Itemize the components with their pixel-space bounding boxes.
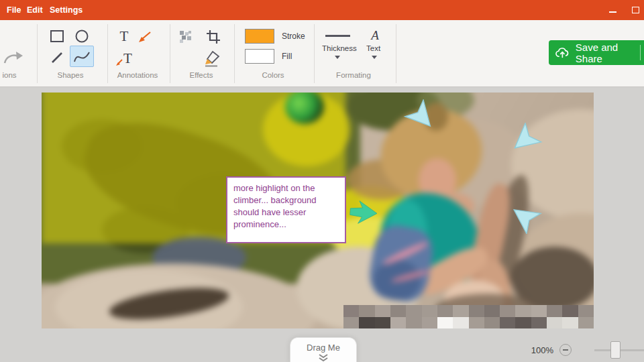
group-label-actions-partial: ions (0, 71, 23, 79)
thickness-label: Thickness (322, 44, 357, 52)
zoom-control: 100% (503, 341, 644, 362)
zoom-level-value: 100% (531, 345, 553, 355)
toolbar: ions Shapes T T Annotations (0, 20, 644, 87)
pixelate-tool[interactable] (176, 28, 195, 46)
save-split-divider (640, 45, 641, 60)
crop-icon (205, 29, 221, 45)
rectangle-tool[interactable] (48, 27, 66, 45)
save-and-share-button[interactable]: Save and Share (549, 40, 644, 65)
pixelate-icon (178, 29, 193, 44)
crop-tool[interactable] (203, 27, 223, 46)
annotation-text-box[interactable]: more highlight on the climber... backgro… (226, 176, 346, 243)
text-format-label: Text (366, 44, 380, 52)
highlighter-icon (203, 50, 221, 67)
redo-action-button[interactable] (1, 48, 24, 67)
drag-me-label: Drag Me (290, 343, 356, 353)
menu-file[interactable]: File (4, 0, 24, 20)
text-arrow-tool[interactable]: T (115, 49, 136, 68)
text-arrow-tool-glyph: T (123, 50, 132, 67)
ellipse-tool[interactable] (72, 27, 91, 45)
annotation-note-text: more highlight on the climber... backgro… (233, 183, 317, 229)
pixelation-region[interactable] (343, 305, 594, 328)
annotation-arrow-cyan-right[interactable] (508, 123, 545, 154)
rectangle-icon (50, 29, 64, 43)
group-label-annotations: Annotations (107, 71, 168, 79)
save-and-share-label: Save and Share (576, 42, 644, 64)
cloud-upload-icon (555, 46, 570, 59)
arrow-tool-icon (138, 30, 152, 44)
title-bar: File Edit Settings (0, 0, 644, 20)
text-format-dropdown[interactable]: A (366, 27, 384, 44)
menu-edit[interactable]: Edit (24, 0, 46, 20)
text-arrow-tool-arrow-icon (115, 58, 123, 66)
line-icon (50, 51, 64, 64)
minus-icon (563, 349, 568, 351)
redo-arrow-icon (2, 50, 23, 66)
zoom-slider-handle[interactable] (610, 341, 621, 359)
annotation-arrow-green[interactable] (343, 199, 384, 226)
highlighter-tool[interactable] (201, 48, 223, 68)
minimize-button[interactable] (601, 0, 624, 20)
thickness-dropdown[interactable] (324, 32, 351, 39)
maximize-button[interactable] (624, 0, 644, 20)
group-label-effects: Effects (171, 71, 231, 79)
group-label-colors: Colors (243, 71, 303, 79)
text-format-caret-icon[interactable] (372, 56, 377, 59)
fill-color-swatch[interactable] (245, 49, 274, 64)
maximize-icon (632, 7, 639, 13)
line-tool[interactable] (48, 49, 66, 66)
arrow-tool[interactable] (136, 28, 154, 46)
minimize-icon (609, 11, 616, 13)
zoom-out-button[interactable] (559, 344, 572, 356)
fill-color-label: Fill (282, 52, 292, 61)
thickness-line-icon (325, 35, 350, 37)
double-chevron-down-icon (318, 354, 329, 362)
group-label-formatting: Formating (323, 71, 384, 79)
annotation-arrow-cyan-top-left[interactable] (402, 99, 437, 130)
thickness-caret-icon[interactable] (335, 56, 340, 59)
text-format-icon: A (371, 28, 379, 43)
group-label-shapes: Shapes (40, 71, 101, 79)
drag-me-handle[interactable]: Drag Me (290, 337, 357, 362)
stroke-color-label: Stroke (282, 32, 305, 41)
ellipse-icon (74, 29, 89, 44)
curve-icon (72, 48, 91, 64)
text-tool[interactable]: T (115, 27, 133, 45)
text-tool-icon: T (120, 28, 129, 45)
curve-tool[interactable] (70, 46, 94, 67)
menu-settings[interactable]: Settings (47, 0, 85, 20)
editor-canvas: more highlight on the climber... backgro… (0, 88, 644, 362)
stroke-color-swatch[interactable] (245, 29, 274, 44)
annotation-arrow-cyan-bottom-right[interactable] (508, 203, 545, 234)
